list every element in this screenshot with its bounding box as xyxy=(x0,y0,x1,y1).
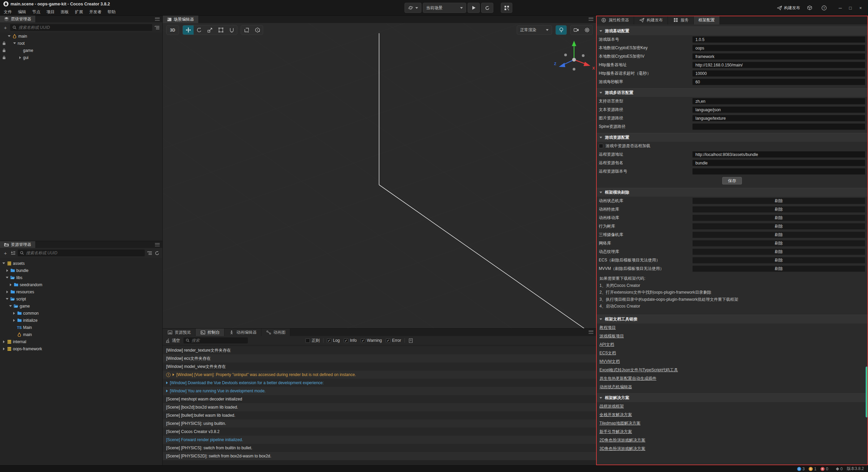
collapse-arrow-icon[interactable] xyxy=(8,283,13,286)
transform-gizmo-button[interactable] xyxy=(226,25,237,35)
preview-target-dropdown[interactable] xyxy=(405,3,421,13)
field-input[interactable] xyxy=(692,151,865,158)
assets-menu-icon[interactable] xyxy=(155,243,160,246)
remote-load-checkbox[interactable] xyxy=(599,144,603,148)
field-input[interactable] xyxy=(692,168,865,175)
package-manager-button[interactable] xyxy=(805,3,814,13)
move-tool-button[interactable] xyxy=(183,25,194,35)
console-tab-2[interactable]: 动画编辑器 xyxy=(224,329,261,336)
collapse-arrow-icon[interactable] xyxy=(12,312,16,315)
section-header-5[interactable]: 框架解决方案 xyxy=(596,393,868,402)
filter-warning[interactable]: ✓Warning xyxy=(361,338,382,343)
doc-link[interactable]: 3D角色扮演游戏解决方案 xyxy=(599,446,645,452)
field-input[interactable] xyxy=(692,98,865,104)
section-header-1[interactable]: 游戏多语言配置 xyxy=(596,88,868,97)
asset-node-script[interactable]: script xyxy=(0,295,162,302)
assets-search-input[interactable] xyxy=(26,251,142,255)
collapse-arrow-icon[interactable] xyxy=(5,291,9,293)
menu-item-0[interactable]: 文件 xyxy=(1,8,15,16)
log-row[interactable]: [Scene] [PHYSICS2D]: switch from box2d-w… xyxy=(163,452,596,460)
minimize-button[interactable]: ─ xyxy=(835,3,845,13)
expand-chevron-icon[interactable] xyxy=(166,390,168,392)
filter-checkbox-error[interactable]: ✓ xyxy=(386,338,390,343)
section-header-3[interactable]: 框架模块剔除 xyxy=(596,188,868,197)
rect-tool-button[interactable] xyxy=(215,25,226,35)
asset-node-bundle[interactable]: bundle xyxy=(0,267,162,274)
log-row[interactable]: [Scene] [PHYSICS]: using builtin. xyxy=(163,419,596,428)
log-row[interactable]: [Window] Download the Vue Devtools exten… xyxy=(163,379,596,387)
console-tab-0[interactable]: 资源预览 xyxy=(163,329,196,336)
doc-link[interactable]: ECS文档 xyxy=(599,350,616,356)
asset-node-Main[interactable]: TSMain xyxy=(0,324,162,331)
doc-link[interactable]: API文档 xyxy=(599,342,614,348)
scene-editor-tab[interactable]: 场景编辑器 xyxy=(163,16,199,23)
doc-link[interactable]: 原生包热更新配置自动生成插件 xyxy=(599,376,656,381)
clear-console-button[interactable]: 清空 xyxy=(166,338,180,343)
expand-chevron-icon[interactable] xyxy=(173,373,174,376)
status-notice-count[interactable]: 0 xyxy=(836,467,843,471)
doc-link[interactable]: 游戏模板项目 xyxy=(599,333,624,339)
cull-button[interactable]: 剔除 xyxy=(692,198,865,204)
section-header-0[interactable]: 游戏基础配置 xyxy=(596,26,868,35)
preview-qrcode-button[interactable] xyxy=(501,3,512,13)
asset-node-libs[interactable]: libs xyxy=(0,274,162,281)
asset-node-assets[interactable]: assets xyxy=(0,260,162,267)
import-asset-button[interactable] xyxy=(10,250,16,256)
reload-button[interactable] xyxy=(481,3,493,13)
asset-node-main[interactable]: main xyxy=(0,331,162,338)
filter-error[interactable]: ✓Error xyxy=(386,338,401,343)
expand-arrow-icon[interactable] xyxy=(8,305,13,307)
hierarchy-node-main[interactable]: main xyxy=(0,33,162,40)
field-input[interactable] xyxy=(692,62,865,68)
asset-node-initialize[interactable]: initialize xyxy=(0,317,162,324)
filter-info[interactable]: ✓Info xyxy=(344,338,357,343)
field-input[interactable] xyxy=(692,115,865,121)
menu-item-1[interactable]: 编辑 xyxy=(15,8,29,16)
inspector-tab-0[interactable]: 属性检查器 xyxy=(596,16,634,24)
assets-refresh-icon[interactable] xyxy=(154,250,160,256)
help-button[interactable]: ? xyxy=(819,3,829,13)
log-row[interactable]: [Scene] Forward render pipeline initiali… xyxy=(163,436,596,444)
console-tab-3[interactable]: 动画图 xyxy=(261,329,290,336)
regex-filter[interactable]: 正则 xyxy=(305,338,320,343)
doc-link[interactable]: Excel格式转Json文件与TypeScript代码工具 xyxy=(599,367,678,373)
lighting-toggle-button[interactable] xyxy=(556,25,567,35)
menu-item-7[interactable]: 帮助 xyxy=(104,8,119,16)
asset-node-game[interactable]: game xyxy=(0,302,162,310)
console-menu-icon[interactable] xyxy=(589,331,593,334)
doc-link[interactable]: Tiledmap地图解决方案 xyxy=(599,420,640,426)
create-node-button[interactable]: + xyxy=(3,25,8,30)
collapse-arrow-icon[interactable] xyxy=(5,269,9,272)
hierarchy-tab[interactable]: 层级管理器 xyxy=(0,16,35,22)
log-row[interactable]: [Scene] [PHYSICS]: switch from builtin t… xyxy=(163,444,596,452)
doc-link[interactable]: 动画状态机编辑器 xyxy=(599,384,632,390)
hierarchy-node-gui[interactable]: gui xyxy=(0,54,162,61)
asset-node-common[interactable]: common xyxy=(0,310,162,317)
expand-arrow-icon[interactable] xyxy=(5,298,9,300)
hierarchy-node-game[interactable]: game xyxy=(0,47,162,54)
scene-viewport[interactable]: 3D xyxy=(163,23,596,328)
cull-button[interactable]: 剔除 xyxy=(692,232,865,238)
cull-button[interactable]: 剔除 xyxy=(692,257,865,263)
doc-link[interactable]: 全栈开发解决方案 xyxy=(599,412,632,418)
log-row[interactable]: [Window] model_view文件夹存在 xyxy=(163,362,596,371)
doc-link[interactable]: MVVM文档 xyxy=(599,359,620,365)
log-row[interactable]: [Scene] [bullet]:bullet wasm lib loaded. xyxy=(163,411,596,419)
log-row[interactable]: [Scene] Cocos Creator v3.8.2 xyxy=(163,428,596,436)
pivot-toggle-button[interactable] xyxy=(241,25,252,35)
hierarchy-node-root[interactable]: root xyxy=(0,40,162,47)
filter-checkbox-log[interactable]: ✓ xyxy=(327,338,331,343)
log-row[interactable]: [Window] You are running Vue in developm… xyxy=(163,387,596,395)
scrollbar-thumb[interactable] xyxy=(866,367,868,417)
asset-node-resources[interactable]: resources xyxy=(0,288,162,295)
close-button[interactable]: × xyxy=(856,3,865,13)
doc-link[interactable]: 新手引导解决方案 xyxy=(599,429,632,435)
collapse-arrow-icon[interactable] xyxy=(12,319,16,322)
assets-filter-icon[interactable] xyxy=(147,250,152,256)
expand-arrow-icon[interactable] xyxy=(7,35,12,37)
status-error-count[interactable]: × 0 xyxy=(821,467,828,471)
cull-button[interactable]: 剔除 xyxy=(692,215,865,221)
expand-arrow-icon[interactable] xyxy=(1,262,6,264)
asset-node-internal[interactable]: internal xyxy=(0,338,162,345)
field-input[interactable] xyxy=(692,79,865,85)
